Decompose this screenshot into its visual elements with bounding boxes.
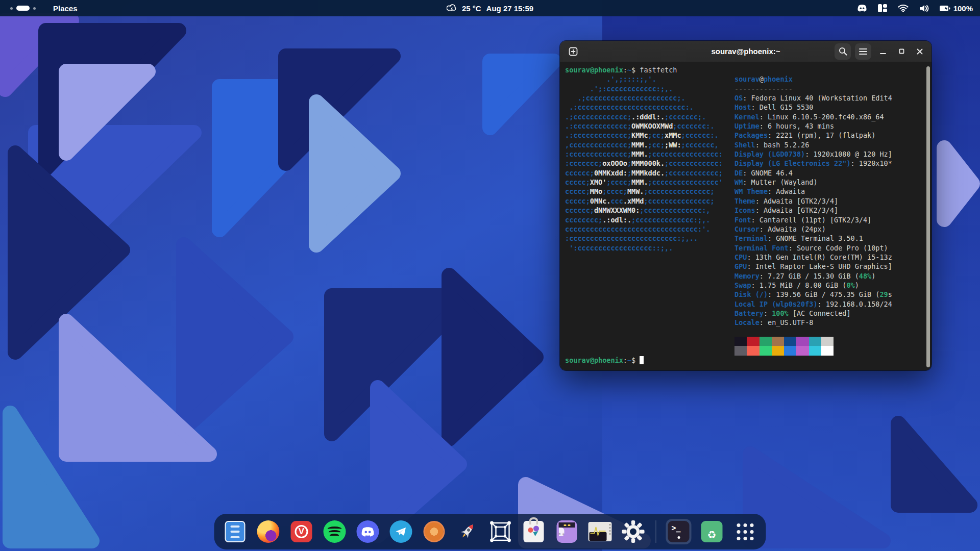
terminal-line: .',;::::;,'.sourav@phoenix [565,74,929,84]
terminal-line: sourav@phoenix:~$ [565,356,929,365]
terminal-titlebar[interactable]: sourav@phoenix:~ [560,41,932,62]
terminal-line: cccccc;dNMWXXXWM0:;cccccccccccccc:,Icons… [565,206,929,215]
search-icon [839,47,847,56]
dock-terminal[interactable]: >_ [666,519,692,544]
app-grid-icon [737,523,753,540]
dock-czkawka[interactable]: ♻ [699,519,725,544]
terminal-line [565,346,929,355]
terminal-cursor [640,356,644,364]
palette-color-block [734,346,747,355]
terminal-line: ccccc;0MNc.ccc.xMMd;ccccccccccccccc;Them… [565,196,929,206]
boxes-icon [489,520,512,543]
workspace-dot [33,7,36,10]
palette-color-block [821,346,834,355]
palette-color-block [760,337,772,346]
battery-status: 100% [939,4,973,13]
palette-color-block [772,337,784,346]
palette-color-block [772,346,784,355]
terminal-line: .;ccccccccccccc;.:dddl:.;ccccccc;.Kernel… [565,112,929,121]
search-button[interactable] [835,43,851,60]
terminal-line: cccccc;0MMKxdd:;MMMkddc.;cccccccccccc;DE… [565,168,929,178]
dock-system-monitor[interactable] [587,519,613,544]
discord-icon [357,520,379,543]
terminal-line: :cccccccccccccccccccccccccc:;,..Terminal… [565,234,929,243]
terminal-line: .:ccccccccccccc;KMMc;cc;xMMc;cccccc:.Pac… [565,131,929,140]
workspace-dot [10,7,13,10]
system-monitor-icon [589,522,612,541]
workspace-indicator[interactable] [7,4,39,13]
battery-charging-icon [939,5,950,12]
dock-vivaldi[interactable]: V [289,519,314,544]
terminal-line [565,328,929,337]
terminal-line: Memory: 7.27 GiB / 15.30 GiB (48%) [565,271,929,281]
terminal-line: GPU: Intel Raptor Lake-S UHD Graphics] [565,262,929,271]
new-tab-button[interactable] [565,43,581,60]
rocket-app-icon [457,521,478,542]
terminal-line: Swap: 1.75 MiB / 8.00 GiB (0%) [565,281,929,290]
volume-icon [919,4,929,13]
dock-file-manager[interactable] [223,519,248,544]
terminal-line: Local IP (wlp0s20f3): 192.168.0.158/24 [565,299,929,309]
terminal-line [565,337,929,346]
dock-firefox[interactable] [256,519,281,544]
vivaldi-icon: V [291,521,312,542]
system-status-area[interactable]: 100% [857,4,980,13]
palette-color-block [784,337,796,346]
terminal-line: ':cccccccccccccccccc::;,.Terminal Font: … [565,243,929,253]
datetime-label: Aug 27 15:59 [486,4,534,13]
palette-color-block [760,346,772,355]
terminal-content[interactable]: sourav@phoenix:~$ fastfetch .',;::::;,'.… [560,62,932,370]
hamburger-menu-icon [859,48,867,55]
terminal-line: .';:cccccccccccc:;,.-------------- [565,84,929,93]
menu-button[interactable] [855,43,871,60]
dock-spotify[interactable] [322,519,348,544]
wifi-icon [898,4,909,12]
minimize-button[interactable] [876,45,890,58]
close-icon [917,48,923,55]
top-bar: Places 25 °C Aug 27 15:59 [0,0,980,16]
dock-software-store[interactable] [521,519,547,544]
settings-gear-icon [622,520,645,543]
palette-color-block [821,337,834,346]
dock-xnview[interactable] [422,519,447,544]
palette-color-block [809,337,821,346]
tiling-assistant-icon [877,4,888,13]
spotify-icon [324,520,346,543]
dock-mobile-device-app[interactable]: m a [554,519,580,544]
terminal-line: sourav@phoenix:~$ fastfetch [565,65,929,74]
terminal-line: cccccccccccccccccccccccccccccccc:'.Curso… [565,224,929,234]
terminal-line: .:ccccccccccccc;OWMKOOXMWd;ccccccc:.Upti… [565,121,929,131]
terminal-line: ccccc;MMo;cccc;MMW.;ccccccccccccccc;WM T… [565,187,929,196]
clock-weather-button[interactable]: 25 °C Aug 27 15:59 [440,3,540,14]
terminal-line: .;cccccccccccccccccccccc;.OS: Fedora Lin… [565,93,929,103]
terminal-line: ,cccccccccccccc;MMM.;cc;;WW:;ccccccc,She… [565,140,929,149]
dock-telegram[interactable] [388,519,414,544]
dock-app-grid[interactable] [732,519,758,544]
minimize-icon [880,48,886,55]
terminal-line: Battery: 100% [AC Connected] [565,309,929,318]
dock: V [214,514,766,549]
palette-color-block [796,346,808,355]
czkawka-icon: ♻ [701,521,723,542]
close-button[interactable] [913,45,926,58]
terminal-line: :ccccccc;oxOOOo;MMM000k.;cccccccccccc:Di… [565,159,929,168]
terminal-line: .:cccccccccccccccccccccccccc:.Host: Dell… [565,103,929,112]
software-store-icon [524,521,544,542]
places-menu[interactable]: Places [48,3,83,14]
palette-color-block [784,346,796,355]
weather-storm-icon [447,4,457,13]
dock-boxes[interactable] [488,519,513,544]
palette-color-block [809,346,821,355]
dock-discord[interactable] [355,519,381,544]
mobile-device-app-icon: m a [557,520,577,543]
terminal-icon: >_ [668,521,690,542]
firefox-icon [257,520,280,543]
file-manager-icon [225,521,246,542]
terminal-line: cccccccc;.:odl:.;cccccccccccccc:;,.Font:… [565,215,929,224]
dock-rocket-app[interactable] [455,519,480,544]
maximize-button[interactable] [895,45,908,58]
dock-settings[interactable] [621,519,646,544]
terminal-scrollbar[interactable] [926,66,930,367]
maximize-icon [899,48,904,54]
palette-color-block [734,337,747,346]
